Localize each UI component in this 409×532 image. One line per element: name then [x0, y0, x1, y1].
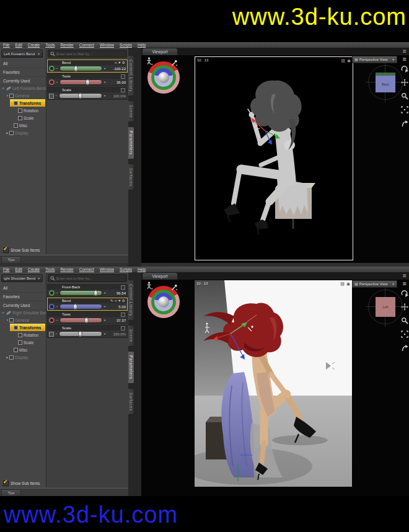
universal-tool-icon[interactable]: [146, 282, 153, 290]
view-cube[interactable]: Back: [376, 73, 395, 92]
render-frame[interactable]: 10 : 13▨◉: [195, 280, 352, 487]
pin-tool-icon[interactable]: [171, 60, 178, 66]
menu-item-window[interactable]: Window: [100, 42, 114, 48]
orbit-icon[interactable]: [401, 65, 408, 73]
dial-icon[interactable]: [49, 290, 55, 296]
param-option-checkbox[interactable]: [121, 313, 125, 317]
viewport-options-icon[interactable]: ≣: [402, 56, 407, 63]
side-tab-content-library[interactable]: Content Library: [128, 55, 134, 96]
panel-menu-icon[interactable]: ≣: [402, 48, 407, 55]
node-selector-dropdown[interactable]: ight Shoulder Bend▼: [1, 274, 43, 282]
param-value[interactable]: 36.00: [107, 81, 126, 84]
param-twist[interactable]: Twist−+36.00: [47, 73, 128, 86]
slider-track[interactable]: [59, 304, 102, 309]
search-input[interactable]: [56, 52, 125, 56]
zoom-icon[interactable]: [401, 92, 408, 100]
param-value[interactable]: 96.54: [107, 291, 126, 295]
slider-track[interactable]: [59, 290, 102, 296]
slider-track[interactable]: [59, 93, 102, 99]
menu-item-render[interactable]: Render: [60, 267, 73, 272]
decrement-button[interactable]: −: [56, 317, 58, 324]
viewport-tab[interactable]: Viewport: [143, 273, 177, 280]
param-front-back[interactable]: Front-Back−+96.54: [47, 284, 128, 297]
decrement-button[interactable]: −: [55, 330, 58, 337]
link-icon[interactable]: ∞: [115, 60, 117, 65]
menu-item-edit[interactable]: Edit: [15, 42, 22, 48]
heart-icon[interactable]: ♥: [118, 60, 121, 65]
checkbox[interactable]: ✔: [3, 247, 9, 253]
menu-item-file[interactable]: File: [3, 267, 9, 272]
slider-handle[interactable]: [74, 66, 78, 71]
tree-item[interactable]: Rotation: [14, 107, 45, 114]
slider-handle[interactable]: [84, 317, 89, 323]
slider-track[interactable]: [59, 79, 102, 85]
slider-handle[interactable]: [86, 79, 90, 85]
view-selector-dropdown[interactable]: ▦Perspective View▼: [352, 56, 397, 63]
param-option-checkbox[interactable]: [121, 285, 125, 290]
menu-item-scripts[interactable]: Scripts: [120, 42, 132, 48]
tree-expand-icon[interactable]: ▼: [1, 87, 5, 90]
side-tab-surfaces[interactable]: Surfaces: [128, 388, 134, 415]
show-sub-items-checkbox[interactable]: ✔Show Sub Items: [3, 481, 40, 486]
node-selector-dropdown[interactable]: Left Forearm Bend▼: [1, 50, 43, 58]
tool-sphere[interactable]: [158, 296, 169, 308]
increment-button[interactable]: +: [103, 303, 106, 310]
slider-track[interactable]: [59, 331, 102, 337]
param-twist[interactable]: Twist−+37.37: [47, 311, 128, 324]
increment-button[interactable]: +: [103, 65, 106, 72]
increment-button[interactable]: +: [103, 317, 106, 324]
camera-cube-icon[interactable]: ◉: [347, 58, 351, 63]
tree-item[interactable]: ▶Display: [6, 129, 45, 136]
tree-item[interactable]: ▼General: [6, 92, 45, 99]
tree-item[interactable]: ▼Right Shoulder Bend: [1, 309, 45, 316]
view-cube-widget[interactable]: Left: [368, 290, 403, 324]
param-value[interactable]: -100.22: [107, 67, 126, 71]
checkbox[interactable]: ✔: [3, 481, 9, 486]
tree-item[interactable]: Scale: [14, 339, 45, 346]
menu-item-connect[interactable]: Connect: [79, 42, 94, 48]
slider-track[interactable]: [59, 317, 102, 323]
pin-tool-icon-wrap[interactable]: [171, 58, 178, 69]
zoom-icon[interactable]: [401, 317, 408, 324]
dial-icon[interactable]: [49, 317, 55, 323]
list-item[interactable]: All: [0, 60, 45, 68]
edit-icon[interactable]: ✎: [110, 298, 113, 303]
param-value[interactable]: 37.37: [107, 319, 126, 322]
menu-item-window[interactable]: Window: [100, 267, 114, 272]
pin-tool-icon[interactable]: [171, 284, 178, 291]
link-icon[interactable]: ∞: [115, 298, 117, 303]
viewport-canvas[interactable]: 10 : 13▨◉▦Perspective View▼≣Back: [141, 55, 409, 263]
tree-item[interactable]: Misc: [10, 122, 45, 129]
decrement-button[interactable]: −: [56, 303, 58, 310]
menu-item-help[interactable]: Help: [138, 267, 146, 272]
show-sub-items-checkbox[interactable]: ✔Show Sub Items: [3, 247, 40, 253]
view-selector-dropdown[interactable]: ▦Perspective View▼: [352, 280, 397, 288]
universal-tool-icon[interactable]: [146, 57, 153, 65]
menu-item-render[interactable]: Render: [60, 42, 73, 48]
tab-tips[interactable]: Tips: [1, 489, 21, 496]
render-frame[interactable]: 10 : 13▨◉: [195, 56, 353, 260]
param-option-checkbox[interactable]: [121, 74, 125, 79]
tool-sphere[interactable]: [158, 72, 169, 83]
slider-handle[interactable]: [78, 331, 82, 337]
panel-menu-icon[interactable]: ≣: [402, 273, 407, 279]
view-cube[interactable]: Left: [376, 297, 395, 317]
camera-cube-icon[interactable]: ◉: [346, 281, 350, 286]
menu-item-tools[interactable]: Tools: [45, 42, 55, 48]
param-value[interactable]: 100.0%: [107, 332, 126, 336]
param-option-checkbox[interactable]: [121, 88, 125, 92]
increment-button[interactable]: +: [103, 290, 106, 296]
decrement-button[interactable]: −: [56, 65, 58, 72]
render-settings-icon[interactable]: ▨: [340, 281, 345, 286]
dial-icon[interactable]: [49, 66, 55, 71]
tree-item[interactable]: Misc: [10, 346, 45, 353]
menu-item-connect[interactable]: Connect: [79, 267, 94, 272]
pin-tool-icon-wrap[interactable]: [171, 282, 178, 293]
decrement-button[interactable]: −: [56, 290, 58, 296]
menu-item-edit[interactable]: Edit: [15, 267, 22, 272]
dial-icon[interactable]: [49, 79, 55, 85]
tree-expand-icon[interactable]: ▼: [1, 311, 5, 314]
menu-item-file[interactable]: File: [3, 42, 9, 48]
scale-box-icon[interactable]: [49, 332, 54, 337]
side-tab-scene[interactable]: Scene: [128, 100, 134, 122]
